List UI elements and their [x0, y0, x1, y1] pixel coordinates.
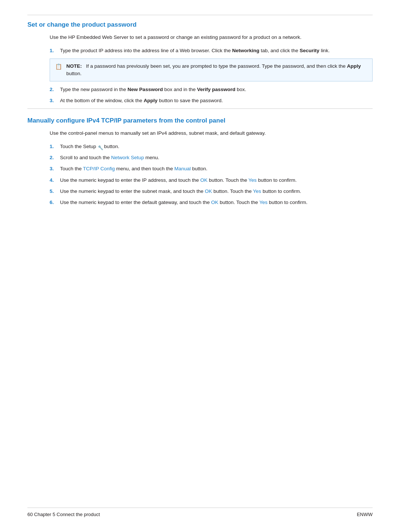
note-icon: 📋	[55, 63, 63, 71]
step-number: 1.	[50, 143, 60, 150]
bold-apply: Apply	[144, 98, 158, 103]
setup-wrench-icon: 🔧	[98, 144, 102, 149]
step-number: 1.	[50, 47, 60, 54]
step-content: Scroll to and touch the Network Setup me…	[60, 154, 373, 161]
bold-verify-password: Verify password	[197, 87, 236, 92]
step-content: Type the product IP address into the add…	[60, 47, 373, 54]
step-content: Use the numeric keypad to enter the IP a…	[60, 177, 373, 184]
link-network-setup: Network Setup	[111, 155, 144, 160]
step-content: At the bottom of the window, click the A…	[60, 97, 373, 104]
step-number: 2.	[50, 154, 60, 161]
page-footer: 60 Chapter 5 Connect the product ENWW	[27, 508, 373, 517]
footer-left: 60 Chapter 5 Connect the product	[27, 512, 100, 517]
step-number: 3.	[50, 97, 60, 104]
link-ok-5: OK	[205, 188, 212, 194]
link-tcpip-config: TCP/IP Config	[83, 166, 115, 171]
link-yes-6: Yes	[259, 200, 267, 205]
step-content: Touch the Setup 🔧 button.	[60, 143, 373, 150]
link-yes-4: Yes	[249, 177, 257, 183]
footer-right: ENWW	[357, 512, 373, 517]
list-item: 3. Touch the TCP/IP Config menu, and the…	[50, 165, 373, 173]
top-divider	[27, 15, 373, 15]
step-number: 5.	[50, 188, 60, 195]
link-ok-6: OK	[211, 200, 219, 205]
page-container: Set or change the product password Use t…	[0, 0, 400, 532]
note-box: 📋 NOTE: If a password has previously bee…	[50, 58, 373, 82]
section2-heading: Manually configure IPv4 TCP/IP parameter…	[27, 117, 373, 124]
note-text: NOTE: If a password has previously been …	[66, 63, 367, 78]
list-item: 1. Type the product IP address into the …	[50, 47, 373, 54]
section1-heading: Set or change the product password	[27, 21, 373, 29]
step-number: 3.	[50, 165, 60, 173]
list-item: 3. At the bottom of the window, click th…	[50, 97, 373, 104]
step-number: 6.	[50, 199, 60, 206]
list-item: 5. Use the numeric keypad to enter the s…	[50, 188, 373, 195]
section1-steps-2-3: 2. Type the new password in the New Pass…	[50, 86, 373, 105]
step-content: Use the numeric keypad to enter the defa…	[60, 199, 373, 206]
step-content: Touch the TCP/IP Config menu, and then t…	[60, 165, 373, 173]
bold-apply-note: Apply	[347, 63, 361, 69]
step-content: Use the numeric keypad to enter the subn…	[60, 188, 373, 195]
bold-security: Security	[300, 48, 319, 53]
section1-intro: Use the HP Embedded Web Server to set a …	[50, 34, 373, 41]
step-content: Type the new password in the New Passwor…	[60, 86, 373, 93]
link-ok-4: OK	[200, 177, 208, 183]
section-divider	[27, 108, 373, 109]
step-number: 4.	[50, 177, 60, 184]
link-manual: Manual	[174, 166, 191, 171]
link-yes-5: Yes	[253, 188, 261, 194]
section2-intro: Use the control-panel menus to manually …	[50, 130, 373, 137]
list-item: 4. Use the numeric keypad to enter the I…	[50, 177, 373, 184]
note-label: NOTE:	[66, 63, 82, 69]
list-item: 2. Scroll to and touch the Network Setup…	[50, 154, 373, 161]
list-item: 6. Use the numeric keypad to enter the d…	[50, 199, 373, 206]
list-item: 1. Touch the Setup 🔧 button.	[50, 143, 373, 150]
section1-steps: 1. Type the product IP address into the …	[50, 47, 373, 54]
bold-new-password: New Password	[127, 87, 163, 92]
list-item: 2. Type the new password in the New Pass…	[50, 86, 373, 93]
bold-networking: Networking	[232, 48, 260, 53]
step-number: 2.	[50, 86, 60, 93]
section2-steps: 1. Touch the Setup 🔧 button. 2. Scroll t…	[50, 143, 373, 207]
